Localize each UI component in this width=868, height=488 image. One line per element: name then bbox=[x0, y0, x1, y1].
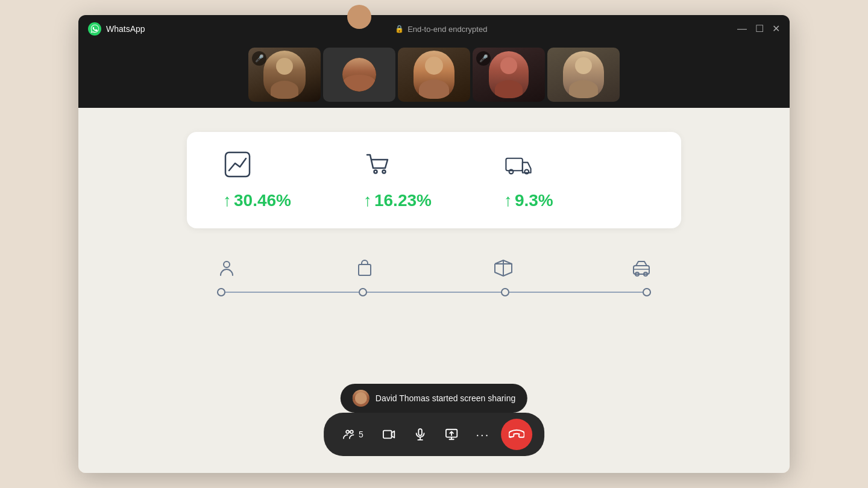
person-icon bbox=[217, 258, 236, 278]
cart-icon bbox=[363, 150, 392, 181]
stat-arrow-2: ↑ bbox=[363, 191, 372, 210]
timeline-dots bbox=[217, 288, 651, 296]
participant-thumb-5[interactable] bbox=[547, 48, 620, 102]
participants-button[interactable]: 5 bbox=[336, 421, 371, 448]
toast-avatar bbox=[353, 390, 370, 407]
toast-message: David Thomas started screen sharing bbox=[376, 393, 515, 403]
participant-thumb-2[interactable] bbox=[323, 48, 395, 102]
svg-point-15 bbox=[346, 430, 349, 433]
microphone-button[interactable] bbox=[407, 421, 433, 448]
svg-point-2 bbox=[374, 170, 377, 174]
stat-item-2: ↑ 16.23% bbox=[363, 150, 432, 210]
timeline-dot-3 bbox=[501, 288, 509, 296]
stat-value-3: ↑ 9.3% bbox=[504, 191, 553, 210]
stats-card: ↑ 30.46% ↑ 16.23% bbox=[187, 132, 681, 228]
app-title: WhatsApp bbox=[106, 24, 145, 34]
app-window: WhatsApp 🔒 End-to-end endcrypted — ☐ ✕ 🎤 bbox=[78, 15, 790, 473]
screen-share-toast: David Thomas started screen sharing bbox=[341, 384, 527, 413]
svg-rect-4 bbox=[506, 158, 522, 171]
close-button[interactable]: ✕ bbox=[772, 24, 780, 34]
timeline-section bbox=[187, 258, 681, 297]
stat-arrow-1: ↑ bbox=[223, 191, 231, 210]
svg-rect-18 bbox=[418, 429, 422, 436]
participants-count: 5 bbox=[359, 430, 363, 439]
svg-point-0 bbox=[88, 22, 101, 36]
mute-indicator-1: 🎤 bbox=[252, 51, 266, 66]
stat-value-1: ↑ 30.46% bbox=[223, 191, 291, 210]
timeline-icons bbox=[217, 258, 651, 278]
controls-bar: 5 bbox=[324, 413, 544, 456]
screen-share-button[interactable] bbox=[438, 421, 465, 448]
svg-point-16 bbox=[350, 430, 353, 433]
participant-thumb-4[interactable]: 🎤 bbox=[473, 48, 545, 102]
svg-rect-8 bbox=[359, 264, 371, 275]
mute-indicator-4: 🎤 bbox=[476, 51, 491, 66]
svg-point-3 bbox=[382, 170, 385, 174]
timeline-line bbox=[217, 287, 651, 297]
participant-thumb-1[interactable]: 🎤 bbox=[248, 48, 321, 102]
participants-bar: 🎤 bbox=[78, 43, 790, 108]
timeline-dot-1 bbox=[217, 288, 225, 296]
window-controls: — ☐ ✕ bbox=[737, 24, 780, 34]
truck-icon bbox=[504, 150, 533, 181]
main-content: ↑ 30.46% ↑ 16.23% bbox=[78, 108, 790, 473]
timeline-dot-4 bbox=[643, 288, 651, 296]
encryption-label: End-to-end endcrypted bbox=[407, 25, 487, 34]
stat-value-2: ↑ 16.23% bbox=[363, 191, 432, 210]
minimize-button[interactable]: — bbox=[737, 24, 747, 34]
more-options-button[interactable]: ··· bbox=[470, 421, 496, 448]
maximize-button[interactable]: ☐ bbox=[755, 24, 764, 34]
timeline-dot-2 bbox=[359, 288, 367, 296]
titlebar: WhatsApp 🔒 End-to-end endcrypted — ☐ ✕ bbox=[78, 15, 790, 43]
stat-item-3: ↑ 9.3% bbox=[504, 150, 553, 210]
stat-arrow-3: ↑ bbox=[504, 191, 512, 210]
titlebar-left: WhatsApp bbox=[88, 22, 145, 36]
stat-item-1: ↑ 30.46% bbox=[223, 150, 291, 210]
camera-button[interactable] bbox=[376, 421, 402, 448]
svg-rect-17 bbox=[383, 431, 392, 439]
svg-point-7 bbox=[224, 261, 230, 267]
chart-icon bbox=[223, 150, 252, 181]
end-call-button[interactable] bbox=[501, 419, 532, 450]
participant-thumb-3[interactable] bbox=[398, 48, 470, 102]
svg-point-5 bbox=[509, 170, 514, 174]
box-icon bbox=[494, 258, 513, 278]
lock-icon: 🔒 bbox=[395, 25, 404, 33]
whatsapp-logo-icon bbox=[88, 22, 101, 36]
encryption-badge: 🔒 End-to-end endcrypted bbox=[395, 25, 487, 34]
bag-icon bbox=[355, 258, 374, 278]
svg-point-6 bbox=[524, 170, 529, 174]
car-icon bbox=[632, 258, 651, 278]
